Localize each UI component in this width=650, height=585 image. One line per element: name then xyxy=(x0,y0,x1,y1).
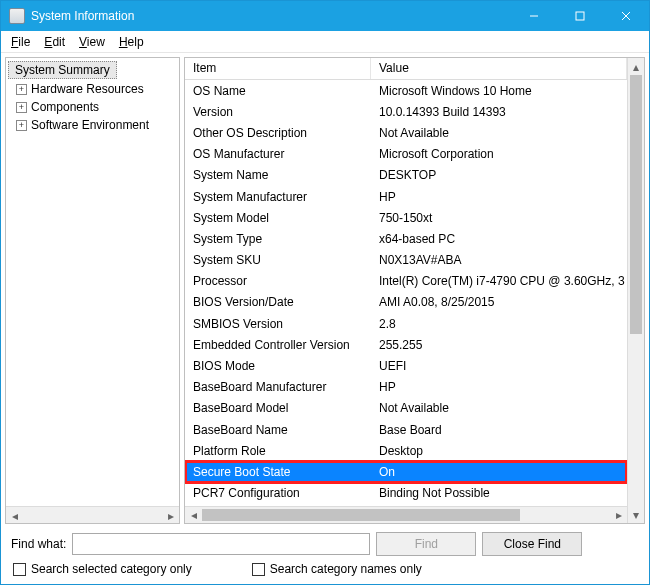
find-button[interactable]: Find xyxy=(376,532,476,556)
cell-value: N0X13AV#ABA xyxy=(371,251,627,269)
cell-item: System Manufacturer xyxy=(185,188,371,206)
tree-item-components[interactable]: +Components xyxy=(6,98,179,116)
list-row[interactable]: System SKUN0X13AV#ABA xyxy=(185,250,627,271)
list-row[interactable]: Other OS DescriptionNot Available xyxy=(185,122,627,143)
window-title: System Information xyxy=(31,9,511,23)
close-button[interactable] xyxy=(603,1,649,31)
list-row[interactable]: BaseBoard NameBase Board xyxy=(185,419,627,440)
client-area: System Summary +Hardware Resources+Compo… xyxy=(1,53,649,584)
list-header: Item Value xyxy=(185,58,627,80)
search-category-names-checkbox[interactable]: Search category names only xyxy=(252,562,422,576)
list-row[interactable]: BaseBoard ManufacturerHP xyxy=(185,377,627,398)
find-label: Find what: xyxy=(11,537,66,551)
scroll-down-icon[interactable]: ▾ xyxy=(628,506,644,523)
list-row[interactable]: ProcessorIntel(R) Core(TM) i7-4790 CPU @… xyxy=(185,271,627,292)
column-item[interactable]: Item xyxy=(185,58,371,79)
scroll-right-icon[interactable]: ▸ xyxy=(162,507,179,524)
menu-edit[interactable]: Edit xyxy=(38,33,71,51)
list-hscroll[interactable]: ◂ ▸ xyxy=(185,506,627,523)
window: System Information File Edit View Help S… xyxy=(0,0,650,585)
vscroll-thumb[interactable] xyxy=(630,75,642,334)
cell-value: Base Board xyxy=(371,421,627,439)
cell-value: 255.255 xyxy=(371,336,627,354)
cell-value: AMI A0.08, 8/25/2015 xyxy=(371,293,627,311)
menu-help[interactable]: Help xyxy=(113,33,150,51)
cell-item: System Model xyxy=(185,209,371,227)
list-vscroll[interactable]: ▴ ▾ xyxy=(627,58,644,523)
tree-item-label: Components xyxy=(31,100,99,114)
menu-file[interactable]: File xyxy=(5,33,36,51)
cell-item: SMBIOS Version xyxy=(185,315,371,333)
app-icon xyxy=(9,8,25,24)
cell-item: System SKU xyxy=(185,251,371,269)
cell-value: Desktop xyxy=(371,442,627,460)
tree-item-software-environment[interactable]: +Software Environment xyxy=(6,116,179,134)
hscroll-thumb[interactable] xyxy=(202,509,520,521)
list-row[interactable]: Platform RoleDesktop xyxy=(185,440,627,461)
find-input[interactable] xyxy=(72,533,370,555)
list-row[interactable]: System NameDESKTOP xyxy=(185,165,627,186)
cell-item: Embedded Controller Version xyxy=(185,336,371,354)
list-row[interactable]: BaseBoard ModelNot Available xyxy=(185,398,627,419)
list-row[interactable]: Embedded Controller Version255.255 xyxy=(185,334,627,355)
tree-item-label: Hardware Resources xyxy=(31,82,144,96)
svg-rect-1 xyxy=(576,12,584,20)
cell-item: Secure Boot State xyxy=(185,463,371,481)
search-selected-category-checkbox[interactable]: Search selected category only xyxy=(13,562,192,576)
scroll-left-icon[interactable]: ◂ xyxy=(185,507,202,523)
scroll-right-icon[interactable]: ▸ xyxy=(610,507,627,523)
list-row[interactable]: BIOS ModeUEFI xyxy=(185,355,627,376)
list-row[interactable]: Secure Boot StateOn xyxy=(185,461,627,482)
list-row[interactable]: System ManufacturerHP xyxy=(185,186,627,207)
scroll-left-icon[interactable]: ◂ xyxy=(6,507,23,524)
maximize-button[interactable] xyxy=(557,1,603,31)
expand-icon[interactable]: + xyxy=(16,120,27,131)
list-row[interactable]: SMBIOS Version2.8 xyxy=(185,313,627,334)
close-find-button[interactable]: Close Find xyxy=(482,532,582,556)
cell-item: OS Name xyxy=(185,82,371,100)
cell-item: BaseBoard Name xyxy=(185,421,371,439)
cell-value: On xyxy=(371,463,627,481)
cell-value: 10.0.14393 Build 14393 xyxy=(371,103,627,121)
cell-value: UEFI xyxy=(371,357,627,375)
cell-value: x64-based PC xyxy=(371,230,627,248)
list-row[interactable]: Version10.0.14393 Build 14393 xyxy=(185,101,627,122)
cell-value: HP xyxy=(371,378,627,396)
category-tree[interactable]: System Summary +Hardware Resources+Compo… xyxy=(5,57,180,524)
expand-icon[interactable]: + xyxy=(16,84,27,95)
column-value[interactable]: Value xyxy=(371,58,627,79)
cell-item: BIOS Version/Date xyxy=(185,293,371,311)
titlebar: System Information xyxy=(1,1,649,31)
cell-value: DESKTOP xyxy=(371,166,627,184)
cell-item: BaseBoard Model xyxy=(185,399,371,417)
tree-item-label: Software Environment xyxy=(31,118,149,132)
cell-value: Binding Not Possible xyxy=(371,484,627,502)
cell-value: Microsoft Corporation xyxy=(371,145,627,163)
cell-value: 2.8 xyxy=(371,315,627,333)
split-panes: System Summary +Hardware Resources+Compo… xyxy=(5,57,645,524)
list-row[interactable]: OS ManufacturerMicrosoft Corporation xyxy=(185,144,627,165)
list-row[interactable]: System Model750-150xt xyxy=(185,207,627,228)
tree-item-system-summary[interactable]: System Summary xyxy=(8,61,117,79)
expand-icon[interactable]: + xyxy=(16,102,27,113)
cell-item: System Type xyxy=(185,230,371,248)
find-bar: Find what: Find Close Find Search select… xyxy=(5,524,645,580)
cell-item: PCR7 Configuration xyxy=(185,484,371,502)
list-row[interactable]: BIOS Version/DateAMI A0.08, 8/25/2015 xyxy=(185,292,627,313)
cell-item: BaseBoard Manufacturer xyxy=(185,378,371,396)
cell-value: Microsoft Windows 10 Home xyxy=(371,82,627,100)
scroll-up-icon[interactable]: ▴ xyxy=(628,58,644,75)
tree-hscroll[interactable]: ◂ ▸ xyxy=(6,506,179,523)
minimize-button[interactable] xyxy=(511,1,557,31)
cell-value: Not Available xyxy=(371,124,627,142)
menu-view[interactable]: View xyxy=(73,33,111,51)
tree-item-hardware-resources[interactable]: +Hardware Resources xyxy=(6,80,179,98)
cell-item: BIOS Mode xyxy=(185,357,371,375)
list-row[interactable]: System Typex64-based PC xyxy=(185,228,627,249)
cell-item: Other OS Description xyxy=(185,124,371,142)
cell-value: 750-150xt xyxy=(371,209,627,227)
list-row[interactable]: PCR7 ConfigurationBinding Not Possible xyxy=(185,483,627,504)
cell-item: OS Manufacturer xyxy=(185,145,371,163)
list-row[interactable]: OS NameMicrosoft Windows 10 Home xyxy=(185,80,627,101)
details-list[interactable]: Item Value OS NameMicrosoft Windows 10 H… xyxy=(184,57,645,524)
